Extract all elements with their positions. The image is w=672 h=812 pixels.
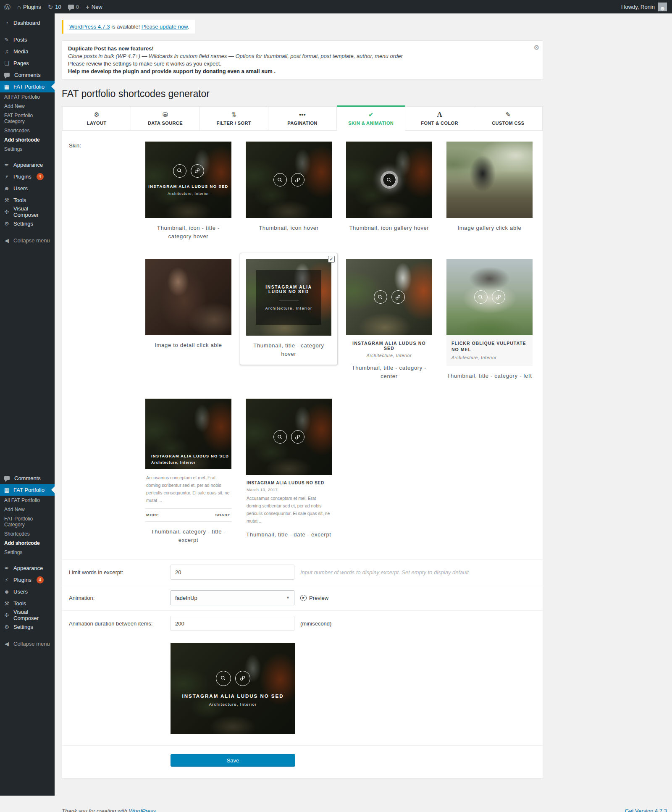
animation-preview-link[interactable]: ▶ Preview: [300, 595, 328, 601]
sidebar-item-shortcodes[interactable]: Shortcodes: [0, 126, 55, 135]
sidebar-item-plugins[interactable]: ⚡Plugins4: [0, 574, 55, 586]
save-button[interactable]: Save: [171, 754, 295, 767]
skin-option-title-category-center[interactable]: INSTAGRAM ALIA LUDUS NO SED Architecture…: [346, 259, 432, 380]
tab-pagination[interactable]: •••PAGINATION: [268, 106, 337, 131]
more-link[interactable]: MORE: [146, 513, 159, 517]
sidebar-item-users[interactable]: ☻Users: [0, 182, 55, 194]
sidebar-item-label: Collapse menu: [13, 641, 50, 647]
sidebar-item-add-new[interactable]: Add New: [0, 505, 55, 514]
animation-duration-input[interactable]: [171, 616, 294, 631]
sidebar-item-label: Users: [13, 185, 28, 192]
wordpress-link[interactable]: WordPress: [129, 808, 156, 812]
dismiss-notice-button[interactable]: ⊗: [534, 44, 539, 51]
skin-option-title-date-excerpt[interactable]: INSTAGRAM ALIA LUDUS NO SED March 13, 20…: [246, 399, 332, 544]
sidebar-item-add-shortcode[interactable]: Add shortcode: [0, 135, 55, 145]
site-name: Plugins: [23, 4, 41, 10]
sidebar-item-all-fat-portfolio[interactable]: All FAT Portfolio: [0, 496, 55, 505]
skin-option-icon-hover[interactable]: Thumbnail, icon hover: [246, 142, 332, 240]
skin-thumbnail[interactable]: [246, 399, 332, 475]
howdy-account-menu[interactable]: Howdy, Ronin: [621, 4, 655, 10]
tab-layout[interactable]: ⚙LAYOUT: [62, 106, 131, 131]
sidebar-item-add-shortcode[interactable]: Add shortcode: [0, 539, 55, 548]
share-link[interactable]: SHARE: [215, 513, 231, 517]
skin-thumbnail[interactable]: INSTAGRAM ALIA LUDUS NO SED Architecture…: [145, 399, 231, 469]
skin-thumbnail-cottage[interactable]: [446, 259, 533, 335]
wordpress-version-link[interactable]: WordPress 4.7.3: [69, 24, 110, 30]
limit-words-input[interactable]: [171, 565, 294, 580]
sidebar-item-all-fat-portfolio[interactable]: All FAT Portfolio: [0, 92, 55, 102]
sidebar-item-appearance[interactable]: ✒Appearance: [0, 159, 55, 171]
skin-thumbnail[interactable]: [346, 142, 432, 218]
sidebar-item-label: All FAT Portfolio: [4, 94, 40, 100]
page-title: FAT portfolio shortcodes generator: [62, 88, 672, 100]
sidebar-item-appearance[interactable]: ✒Appearance: [0, 562, 55, 574]
animation-select[interactable]: fadeInUp ▼: [171, 590, 294, 605]
skin-selected-checkbox[interactable]: ✓: [328, 256, 335, 263]
selected-skin-card[interactable]: ✓ INSTAGRAM ALIA LUDUS NO SED Architectu…: [240, 253, 338, 365]
donate-link[interactable]: donating even a small sum: [203, 68, 273, 74]
skin-thumbnail-motorcycle[interactable]: [446, 142, 533, 218]
sidebar-item-users[interactable]: ☻Users: [0, 586, 55, 597]
sidebar-item-fat-portfolio[interactable]: ▦FAT Portfolio: [0, 484, 55, 496]
tab-filter-sort[interactable]: ⇅FILTER / SORT: [200, 106, 268, 131]
update-count-badge: 4: [37, 173, 44, 180]
get-version-link[interactable]: Get Version 4.7.3: [625, 808, 667, 812]
skin-animation-icon: ✔: [368, 111, 374, 118]
sidebar-item-tools[interactable]: ⚒Tools: [0, 597, 55, 609]
skin-option-icon-title-category-hover[interactable]: INSTAGRAM ALIA LUDUS NO SED Architecture…: [145, 142, 231, 240]
tab-custom-css[interactable]: ✎CUSTOM CSS: [474, 106, 543, 131]
skin-thumbnail[interactable]: INSTAGRAM ALIA LUDUS NO SED Architecture…: [145, 142, 231, 218]
sidebar-item-add-new[interactable]: Add New: [0, 102, 55, 111]
skin-caption: Thumbnail, title - category hover: [246, 342, 331, 358]
skin-option-title-category-left[interactable]: FLICKR OBLIQUE VULPUTATE NO MEL Architec…: [446, 259, 533, 380]
wordpress-logo-menu[interactable]: Ⓦ: [4, 4, 10, 10]
tab-data-source[interactable]: ⛁DATA SOURCE: [131, 106, 200, 131]
sidebar-item-fat-portfolio[interactable]: ▦FAT Portfolio: [0, 81, 55, 92]
sidebar-item-fat-portfolio-category[interactable]: FAT Portfolio Category: [0, 111, 55, 126]
sidebar-item-settings-sub[interactable]: Settings: [0, 548, 55, 557]
portfolio-item-excerpt: Accusamus conceptam et mel. Erat doming …: [145, 469, 231, 508]
sidebar-item-posts[interactable]: ✎Posts: [0, 34, 55, 45]
sidebar-item-dashboard[interactable]: ◔Dashboard: [0, 17, 55, 29]
skin-option-image-detail[interactable]: Image to detail click able: [145, 259, 231, 380]
sidebar-item-settings[interactable]: ⚙Settings: [0, 621, 55, 633]
tab-skin-animation[interactable]: ✔SKIN & ANIMATION: [337, 105, 405, 131]
skin-thumbnail[interactable]: [246, 142, 332, 218]
updates-menu[interactable]: ↻10: [48, 4, 61, 10]
sidebar-item-comments[interactable]: Comments: [0, 472, 55, 484]
skin-option-category-title-excerpt[interactable]: INSTAGRAM ALIA LUDUS NO SED Architecture…: [145, 399, 231, 544]
skin-thumbnail[interactable]: [346, 259, 432, 335]
sidebar-item-visual-composer[interactable]: ✣Visual Composer: [0, 206, 55, 218]
sidebar-item-tools[interactable]: ⚒Tools: [0, 194, 55, 206]
chevron-down-icon: ▼: [286, 596, 290, 600]
sidebar-item-settings[interactable]: ⚙Settings: [0, 218, 55, 229]
review-settings-link[interactable]: review the settings: [86, 60, 131, 67]
sidebar-item-plugins[interactable]: ⚡Plugins4: [0, 171, 55, 182]
search-icon: [383, 173, 396, 187]
skin-option-icon-gallery-hover[interactable]: Thumbnail, icon gallery hover: [346, 142, 432, 240]
please-update-link[interactable]: Please update now: [142, 24, 188, 30]
skin-option-image-gallery[interactable]: Image gallery click able: [446, 142, 533, 240]
sidebar-item-fat-portfolio-category[interactable]: FAT Portfolio Category: [0, 514, 55, 529]
portfolio-item-category: Architecture, Interior: [348, 353, 430, 358]
comments-menu[interactable]: 0: [68, 4, 79, 10]
tab-label: FONT & COLOR: [421, 121, 458, 126]
skin-thumbnail[interactable]: INSTAGRAM ALIA LUDUS NO SED Architecture…: [246, 259, 331, 336]
sidebar-item-comments[interactable]: Comments: [0, 69, 55, 81]
link-icon: [391, 290, 405, 304]
search-icon: [374, 290, 387, 304]
sidebar-item-collapse[interactable]: ◀Collapse menu: [0, 638, 55, 649]
sidebar-item-settings-sub[interactable]: Settings: [0, 145, 55, 154]
sidebar-item-shortcodes[interactable]: Shortcodes: [0, 529, 55, 539]
new-content-menu[interactable]: +New: [86, 4, 102, 10]
tab-font-color[interactable]: AFONT & COLOR: [405, 106, 474, 131]
skin-thumbnail-portrait[interactable]: [145, 259, 231, 335]
site-menu[interactable]: ⌂Plugins: [17, 4, 41, 10]
sidebar-item-visual-composer[interactable]: ✣Visual Composer: [0, 609, 55, 621]
comments-bubble-icon: [68, 5, 74, 9]
sidebar-item-pages[interactable]: ❏Pages: [0, 57, 55, 69]
sidebar-item-media[interactable]: ♫Media: [0, 45, 55, 57]
sidebar-item-collapse[interactable]: ◀Collapse menu: [0, 234, 55, 246]
pagination-icon: •••: [299, 111, 306, 118]
avatar[interactable]: ☻: [658, 3, 667, 11]
